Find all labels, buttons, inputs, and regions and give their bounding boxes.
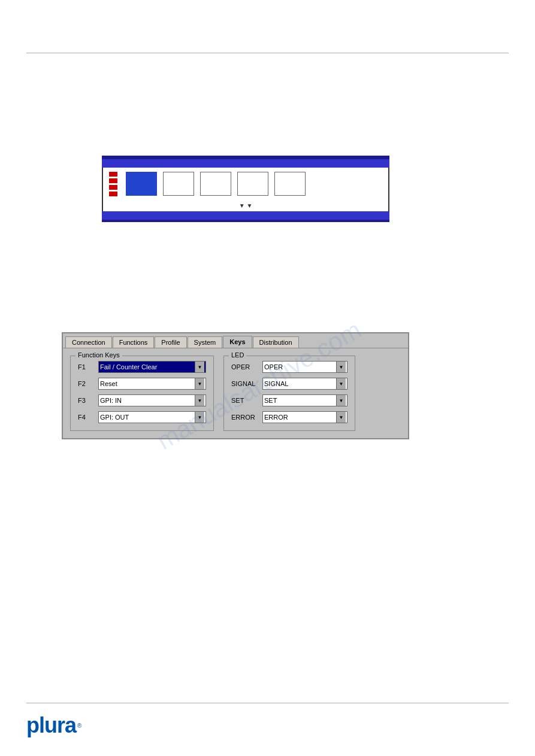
set-label: SET [231, 397, 259, 404]
white-button-1[interactable] [163, 172, 194, 196]
f2-row: F2 Reset ▼ [78, 378, 206, 390]
error-label: ERROR [231, 414, 259, 421]
diagram-blue-bar-bottom [102, 211, 389, 220]
diagram-arrow-row: ▼ ▼ [102, 200, 389, 211]
signal-value: SIGNAL [264, 380, 336, 387]
diagram-blue-bar-top [102, 159, 389, 168]
oper-value: OPER [264, 363, 336, 371]
tab-connection[interactable]: Connection [65, 336, 112, 348]
f3-dropdown[interactable]: GPI: IN ▼ [98, 394, 206, 406]
blue-button-1[interactable] [126, 172, 157, 196]
diagram-bottom-thick-bar [102, 220, 389, 222]
oper-dropdown[interactable]: OPER ▼ [262, 361, 347, 373]
device-diagram: ▼ ▼ [102, 156, 389, 227]
f3-label: F3 [78, 397, 95, 404]
f4-dropdown[interactable]: GPI: OUT ▼ [98, 411, 206, 423]
led-block-4 [109, 192, 117, 196]
white-button-3[interactable] [237, 172, 268, 196]
f4-dropdown-arrow[interactable]: ▼ [195, 412, 204, 423]
f3-dropdown-arrow[interactable]: ▼ [195, 395, 204, 406]
f4-row: F4 GPI: OUT ▼ [78, 411, 206, 423]
tab-panel: Connection Functions Profile System Keys… [62, 332, 409, 439]
led-block-3 [109, 185, 117, 190]
led-group-label: LED [229, 351, 246, 359]
tab-system[interactable]: System [188, 336, 223, 348]
f1-dropdown-arrow[interactable]: ▼ [195, 362, 204, 372]
f2-dropdown-arrow[interactable]: ▼ [195, 378, 204, 389]
panel-body: Function Keys F1 Fail / Counter Clear ▼ … [70, 356, 401, 431]
white-button-2[interactable] [200, 172, 231, 196]
error-value: ERROR [264, 414, 336, 421]
tab-functions[interactable]: Functions [113, 336, 155, 348]
tab-profile[interactable]: Profile [155, 336, 186, 348]
f3-row: F3 GPI: IN ▼ [78, 394, 206, 406]
oper-dropdown-arrow[interactable]: ▼ [336, 362, 346, 372]
bottom-horizontal-rule [26, 703, 509, 703]
f1-row: F1 Fail / Counter Clear ▼ [78, 361, 206, 373]
error-dropdown-arrow[interactable]: ▼ [336, 412, 346, 423]
oper-label: OPER [231, 363, 259, 371]
set-dropdown-arrow[interactable]: ▼ [336, 395, 346, 406]
signal-label: SIGNAL [231, 380, 259, 387]
f2-label: F2 [78, 380, 95, 387]
f1-label: F1 [78, 363, 95, 371]
set-dropdown[interactable]: SET ▼ [262, 394, 347, 406]
led-group: LED OPER OPER ▼ SIGNAL SIGNAL ▼ [223, 356, 355, 431]
set-value: SET [264, 397, 336, 404]
f1-dropdown[interactable]: Fail / Counter Clear ▼ [98, 361, 206, 373]
arrow-indicators: ▼ ▼ [239, 202, 253, 209]
diagram-content-row [102, 168, 389, 200]
tab-content-keys: Function Keys F1 Fail / Counter Clear ▼ … [63, 348, 408, 438]
f3-value: GPI: IN [100, 397, 195, 404]
led-indicator-stack [109, 172, 117, 196]
signal-row: SIGNAL SIGNAL ▼ [231, 378, 347, 390]
tab-distribution[interactable]: Distribution [253, 336, 299, 348]
led-block-1 [109, 172, 117, 177]
signal-dropdown-arrow[interactable]: ▼ [336, 378, 346, 389]
error-row: ERROR ERROR ▼ [231, 411, 347, 423]
top-horizontal-rule [26, 53, 509, 53]
f2-dropdown[interactable]: Reset ▼ [98, 378, 206, 390]
logo-text: plura [26, 713, 76, 738]
function-keys-group-label: Function Keys [75, 351, 122, 359]
logo-dot: ® [77, 722, 81, 729]
oper-row: OPER OPER ▼ [231, 361, 347, 373]
f4-label: F4 [78, 414, 95, 421]
f4-value: GPI: OUT [100, 414, 195, 421]
footer-logo: plura ® [26, 713, 81, 738]
function-keys-group: Function Keys F1 Fail / Counter Clear ▼ … [70, 356, 214, 431]
led-block-2 [109, 178, 117, 183]
error-dropdown[interactable]: ERROR ▼ [262, 411, 347, 423]
tab-keys[interactable]: Keys [223, 336, 252, 348]
f1-value: Fail / Counter Clear [100, 363, 195, 371]
tab-bar: Connection Functions Profile System Keys… [63, 333, 408, 348]
f2-value: Reset [100, 380, 195, 387]
set-row: SET SET ▼ [231, 394, 347, 406]
signal-dropdown[interactable]: SIGNAL ▼ [262, 378, 347, 390]
white-button-4[interactable] [274, 172, 306, 196]
